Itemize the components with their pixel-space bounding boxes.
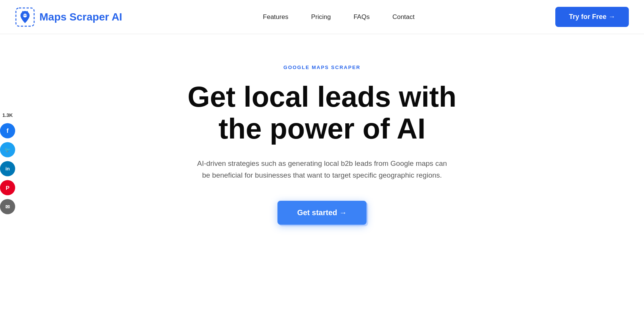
nav-contact[interactable]: Contact bbox=[392, 13, 415, 20]
cta-wrapper: Get started → bbox=[277, 201, 367, 225]
hero-tag: GOOGLE MAPS SCRAPER bbox=[284, 65, 360, 70]
hero-section: GOOGLE MAPS SCRAPER Get local leads with… bbox=[0, 34, 644, 247]
pinterest-icon: P bbox=[6, 184, 9, 191]
linkedin-icon: in bbox=[5, 166, 10, 172]
try-free-button[interactable]: Try for Free → bbox=[555, 7, 629, 27]
pinterest-share-button[interactable]: P bbox=[0, 180, 15, 195]
hero-subtitle: AI-driven strategies such as generating … bbox=[193, 158, 451, 181]
twitter-share-button[interactable]: 🐦 bbox=[0, 142, 15, 157]
linkedin-share-button[interactable]: in bbox=[0, 161, 15, 176]
hero-title-line1: Get local leads with bbox=[188, 80, 457, 113]
nav-faqs[interactable]: FAQs bbox=[354, 13, 370, 20]
email-share-button[interactable]: ✉ bbox=[0, 199, 15, 214]
hero-title-line2: the power of AI bbox=[218, 112, 425, 145]
logo-text: Maps Scraper AI bbox=[39, 11, 122, 23]
logo-link[interactable]: Maps Scraper AI bbox=[15, 7, 122, 27]
svg-point-3 bbox=[25, 14, 27, 16]
svg-point-2 bbox=[24, 14, 25, 16]
hero-title: Get local leads with the power of AI bbox=[188, 81, 457, 144]
facebook-share-button[interactable]: f bbox=[0, 123, 15, 138]
nav-links: Features Pricing FAQs Contact bbox=[263, 13, 415, 21]
svg-point-7 bbox=[27, 11, 28, 12]
nav-pricing[interactable]: Pricing bbox=[311, 13, 331, 20]
svg-point-6 bbox=[22, 11, 24, 12]
email-icon: ✉ bbox=[5, 203, 10, 209]
logo-icon bbox=[15, 7, 35, 27]
social-sidebar: 1.3K f 🐦 in P ✉ bbox=[0, 106, 15, 220]
twitter-icon: 🐦 bbox=[5, 147, 11, 153]
facebook-icon: f bbox=[6, 127, 8, 134]
get-started-button[interactable]: Get started → bbox=[277, 201, 367, 225]
nav-features[interactable]: Features bbox=[263, 13, 288, 20]
navbar: Maps Scraper AI Features Pricing FAQs Co… bbox=[0, 0, 644, 34]
share-count: 1.3K bbox=[2, 112, 13, 118]
